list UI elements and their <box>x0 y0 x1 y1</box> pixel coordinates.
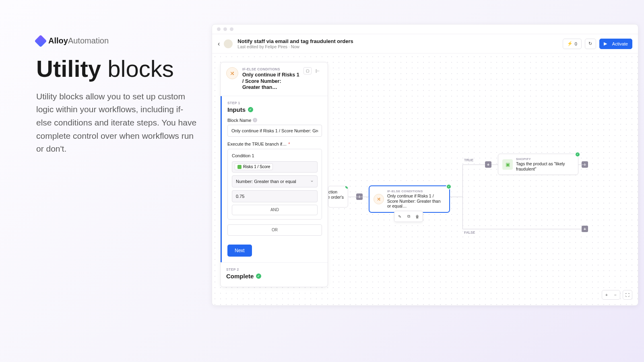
zoom-in-button[interactable]: + <box>602 290 611 299</box>
check-icon: ✓ <box>248 107 253 112</box>
connector <box>462 165 498 165</box>
node-type-label: IF-ELSE CONDITIONS <box>387 189 445 193</box>
window-close-icon[interactable] <box>217 27 221 31</box>
delete-button[interactable]: 🗑 <box>413 212 421 220</box>
activate-button[interactable]: ▶ Activate <box>599 39 632 49</box>
and-button[interactable]: AND <box>232 205 318 215</box>
add-node-button[interactable]: + <box>582 226 588 232</box>
fit-view-button[interactable]: ⛶ <box>623 290 632 299</box>
window-titlebar <box>212 25 638 34</box>
connector <box>462 229 583 229</box>
zoom-out-button[interactable]: − <box>611 290 620 299</box>
condition-group: Condition 1 Risks 1 / Score Number: Grea… <box>227 149 322 220</box>
expand-button[interactable]: ▢ <box>303 67 312 74</box>
shopify-icon: ▣ <box>502 159 513 170</box>
window-min-icon[interactable] <box>223 27 227 31</box>
refresh-icon: ↻ <box>588 41 592 46</box>
false-branch-label: FALSE <box>464 230 475 234</box>
execute-label: Execute the TRUE branch if… <box>227 142 287 146</box>
bolt-icon: ⚡ <box>567 41 573 46</box>
node-text: Tags the product as "likely fraudulent" <box>516 161 574 171</box>
collapse-button[interactable]: |← <box>314 67 322 74</box>
true-branch-label: TRUE <box>464 158 473 162</box>
zoom-controls: + − ⛶ <box>602 290 632 300</box>
block-name-label: Block Name <box>227 118 251 123</box>
connector <box>450 197 462 197</box>
node-type-label: SHOPIFY <box>516 157 574 161</box>
condition-title: Condition 1 <box>232 153 318 158</box>
step-1-label: STEP 1 <box>227 101 322 105</box>
step-1: STEP 1 Inputs✓ Block Namei Execute the T… <box>221 96 328 262</box>
check-icon: ✓ <box>345 186 348 189</box>
step-1-title: Inputs <box>227 106 246 113</box>
check-icon: ✓ <box>256 274 261 279</box>
headline: Utility blocks <box>36 57 197 81</box>
check-icon: ✓ <box>446 184 452 189</box>
window-max-icon[interactable] <box>230 27 233 31</box>
variable-chip[interactable]: Risks 1 / Score <box>235 163 273 170</box>
or-button[interactable]: OR <box>227 224 322 236</box>
canvas-node-condition[interactable]: ⤨ IF-ELSE CONDITIONS Only continue if Ri… <box>369 186 450 212</box>
back-button[interactable]: ‹ <box>218 40 220 47</box>
play-icon: ▶ <box>604 41 607 46</box>
step-2[interactable]: STEP 2 Complete✓ <box>221 262 328 287</box>
workflow-title: Notify staff via email and tag fraudulen… <box>237 38 353 45</box>
condition-icon: ⤨ <box>374 194 384 204</box>
refresh-button[interactable]: ↻ <box>585 39 596 49</box>
connector <box>578 165 586 165</box>
panel-type-label: IF-ELSE CONDITIONS <box>242 67 299 71</box>
node-text: Only continue if Risks 1 / Score Number:… <box>387 193 445 209</box>
logo-icon <box>34 35 47 47</box>
operator-select[interactable]: Number: Greater than or equal <box>232 175 318 187</box>
edit-button[interactable]: ✎ <box>396 212 404 220</box>
logo-brand: Alloy <box>48 36 68 45</box>
add-node-button[interactable]: + <box>485 161 491 168</box>
inspector-panel: ⤨ IF-ELSE CONDITIONS Only continue if Ri… <box>220 62 328 287</box>
node-toolbar: ✎ ⧉ 🗑 <box>394 211 423 222</box>
check-icon: ✓ <box>575 152 580 157</box>
logo: AlloyAutomation <box>36 36 197 45</box>
block-name-input[interactable] <box>227 125 322 137</box>
workflow-canvas[interactable]: ⤨ IF-ELSE CONDITIONS Only continue if Ri… <box>212 54 638 305</box>
value-input[interactable] <box>232 190 318 202</box>
panel-title: Only continue if Risks 1 / Score Number:… <box>242 72 299 91</box>
logo-suffix: Automation <box>68 36 109 45</box>
copy-button[interactable]: ⧉ <box>405 212 413 220</box>
workflow-avatar-icon <box>224 39 233 48</box>
workflow-subtitle: Last edited by Felipe Pires · Now <box>237 44 353 49</box>
next-button[interactable]: Next <box>227 245 252 257</box>
canvas-node-shopify[interactable]: ▣ SHOPIFY Tags the product as "likely fr… <box>498 154 578 175</box>
description: Utility blocks allow you to set up custo… <box>36 90 197 156</box>
step-2-title: Complete <box>226 273 254 280</box>
step-2-label: STEP 2 <box>226 267 322 272</box>
condition-icon: ⤨ <box>226 67 238 79</box>
play-outline-icon: ▢ <box>306 69 310 73</box>
topbar: ‹ Notify staff via email and tag fraudul… <box>212 34 638 53</box>
info-icon[interactable]: i <box>253 118 257 122</box>
counter-pill[interactable]: ⚡0 <box>563 39 582 49</box>
variable-input[interactable]: Risks 1 / Score <box>232 161 318 173</box>
canvas-node-partial[interactable]: ction e order's… ✓ <box>328 186 348 208</box>
shopify-icon <box>237 165 242 169</box>
connector <box>348 197 369 197</box>
connector <box>462 165 463 229</box>
app-window: ‹ Notify staff via email and tag fraudul… <box>212 24 638 306</box>
collapse-icon: |← <box>316 69 320 73</box>
